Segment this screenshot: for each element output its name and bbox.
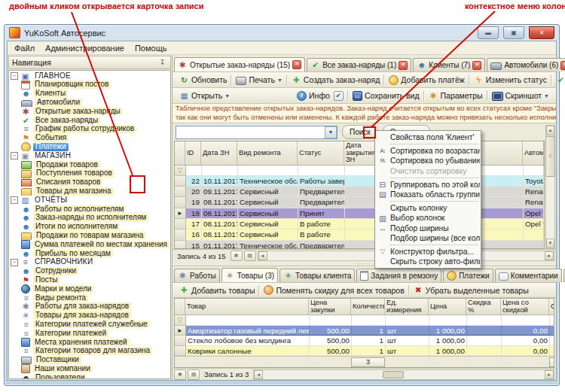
toolbar-button-Добавить платёж[interactable]: Добавить платёж — [384, 73, 469, 87]
sidebar-item[interactable]: Места хранения платежей — [10, 338, 170, 347]
sidebar-item[interactable]: Товары для магазина — [10, 187, 170, 196]
detail-tab-Товары (3)[interactable]: Товары (3) — [221, 268, 278, 282]
collapse-icon[interactable]: – — [11, 196, 18, 204]
sidebar-item[interactable]: –МАГАЗИН — [10, 151, 170, 160]
sidebar-item[interactable]: Работы по исполнителям — [10, 205, 170, 214]
table-row[interactable]: Стекло лобовое без молдинга500,001шт1 00… — [175, 336, 554, 346]
close-tab-icon[interactable]: ✕ — [399, 61, 408, 70]
toolbar-button-Обновить[interactable]: Обновить — [175, 73, 232, 87]
sidebar-item[interactable]: События — [10, 134, 170, 143]
scroll-right-icon[interactable]: ► — [545, 251, 554, 260]
save-view-button[interactable]: Сохранить вид — [348, 89, 424, 102]
sidebar-item[interactable]: –СПРАВОЧНИКИ — [10, 258, 170, 267]
sidebar-item[interactable]: Заказ-наряды по исполнителям — [10, 214, 170, 223]
filter-row[interactable] — [175, 166, 544, 176]
open-button[interactable]: Открыть ▼ — [175, 89, 234, 102]
context-menu-item[interactable]: Скрыть строку авто-фильтра — [376, 257, 480, 266]
close-button[interactable]: ✕ — [529, 26, 554, 39]
table-row[interactable]: 1908.11.2017СервисныйПредварительныйЛари… — [175, 197, 544, 208]
context-menu-item[interactable]: Выбор колонок — [376, 213, 480, 223]
table-row[interactable]: ►1808.11.2017СервисныйПринятООО "АвтоOpe… — [175, 208, 544, 219]
menu-item-Файл[interactable]: Файл — [9, 43, 40, 53]
scroll-down-icon[interactable]: ▼ — [546, 239, 554, 248]
tab-Клиенты (7)[interactable]: Клиенты (7)✕ — [413, 58, 485, 71]
search-input[interactable]: ▼ — [176, 126, 337, 139]
table-row[interactable]: 1608.11.2017СервисныйВ работеКалинин А — [175, 229, 544, 240]
menu-item-Администрирование[interactable]: Администрирование — [40, 43, 130, 53]
sidebar-item[interactable]: Посты — [10, 275, 170, 284]
hscroll-thumb[interactable] — [383, 371, 404, 378]
toolbar-button-Закрыть заказ-наряд[interactable]: Закрыть заказ-наряд — [551, 73, 565, 87]
context-menu-item[interactable]: Свойства поля 'Клиент' — [376, 132, 480, 142]
screenshot-button[interactable]: Скриншот ▼ — [487, 89, 554, 102]
scroll-up-icon[interactable]: ▲ — [546, 126, 554, 135]
goods-nav-button-1[interactable]: ✱ — [174, 369, 186, 380]
sidebar-item[interactable]: Прибыль по месяцам — [10, 249, 170, 258]
sidebar-item[interactable]: Товары для заказ-нарядов — [10, 311, 170, 321]
context-menu-item[interactable]: Группировать по этой колонке — [376, 180, 480, 190]
table-row[interactable]: Коврики салонные500,001шт1 000,000,000,0… — [175, 346, 554, 357]
sidebar-item[interactable]: Продажи товаров — [10, 160, 170, 169]
tab-Открытые заказ-наряды (15)[interactable]: Открытые заказ-наряды (15)✕ — [174, 57, 305, 71]
vertical-scrollbar[interactable]: ▲ ≡ ▼ — [545, 125, 555, 249]
toolbar-button-Поменять скидку для всех товаров[interactable]: Поменять скидку для всех товаров — [259, 284, 408, 297]
combo-dropdown-icon[interactable]: ▼ — [325, 126, 337, 138]
sidebar-item[interactable]: Открытые заказ-наряды — [10, 107, 170, 116]
table-row[interactable]: ►Амортизатор газовый передний левый500,0… — [175, 326, 554, 336]
toolbar-button-Создать заказ-наряд[interactable]: Создать заказ-наряд — [287, 73, 385, 87]
sidebar-item[interactable]: Марки и модели — [10, 284, 170, 293]
detail-tab-Комментарии[interactable]: Комментарии — [495, 269, 562, 282]
sidebar-item[interactable]: Автомобили — [10, 98, 170, 107]
grid-nav-button-2[interactable]: ▤ — [244, 251, 256, 261]
sidebar-item[interactable]: Категории платежей служебные — [10, 320, 170, 329]
context-menu-item[interactable]: Показать область группировки — [376, 190, 480, 199]
sidebar-item[interactable]: Работы для заказ-нарядов — [10, 302, 170, 311]
sidebar-item[interactable]: –ГЛАВНОЕ — [10, 71, 170, 81]
collapse-icon[interactable]: – — [11, 72, 18, 80]
sidebar-item[interactable]: Продажи по товарам магазина — [10, 231, 170, 240]
sidebar-item[interactable]: Поступления товаров — [10, 169, 170, 178]
table-row[interactable]: 2210.11.2017Техническое обслуживаниеРабо… — [175, 176, 544, 187]
collapse-icon[interactable]: – — [11, 259, 18, 266]
sidebar-item[interactable]: Платежи — [10, 142, 170, 151]
table-row[interactable]: 2009.11.2017СервисныйПредварительныйЛари… — [175, 187, 544, 197]
filter-row[interactable] — [175, 315, 554, 326]
tab-Автомобили (6)[interactable]: Автомобили (6)✕ — [487, 58, 565, 71]
sidebar-item[interactable]: Виды ремонта — [10, 293, 170, 302]
info-toggle[interactable]: Инфо ✔ — [292, 89, 348, 102]
context-menu-item[interactable]: Сортировка по убыванию — [376, 156, 480, 166]
sidebar-item[interactable]: Клиенты — [10, 90, 170, 99]
toolbar-button-Изменить статус[interactable]: Изменить статус — [469, 73, 551, 87]
title-bar[interactable]: YuKoSoft Автосервис ▬ ▣ ✕ — [7, 25, 557, 41]
tab-Все заказ-наряды (1)[interactable]: Все заказ-наряды (1)✕ — [307, 58, 411, 71]
table-row[interactable]: 1708.11.2017СервисныйВ работеЛарина АнOp… — [175, 219, 544, 229]
close-tab-icon[interactable]: ✕ — [472, 61, 481, 70]
maximize-button[interactable]: ▣ — [503, 26, 524, 39]
goods-nav-button-2[interactable]: ▤ — [188, 369, 200, 380]
detail-tab-Работы[interactable]: Работы — [174, 269, 220, 282]
context-menu-item[interactable]: Сортировка по возрастанию — [376, 146, 480, 156]
detail-tab-Задания в ремзону[interactable]: Задания в ремзону — [356, 269, 441, 282]
toolbar-button-Печать[interactable]: Печать▼ — [231, 73, 286, 87]
sidebar-item[interactable]: Сотрудники — [10, 267, 170, 276]
sidebar-item[interactable]: Наши компании — [10, 364, 170, 373]
horizontal-scrollbar[interactable]: ◄ ► — [253, 369, 554, 380]
sidebar-item[interactable]: Сумма платежей по местам хранения — [10, 240, 170, 249]
sidebar-item[interactable]: Все заказ-наряды — [10, 116, 170, 125]
toolbar-button-Убрать выделенные товары[interactable]: Убрать выделенные товары — [409, 284, 533, 297]
sidebar-item[interactable]: Списания товаров — [10, 178, 170, 187]
sidebar-item[interactable]: –ОТЧЁТЫ — [10, 196, 170, 205]
grid-nav-button-1[interactable]: ✱ — [231, 251, 243, 261]
info-checkbox[interactable]: ✔ — [334, 91, 344, 101]
sidebar-item[interactable]: Категории товаров для магазина — [10, 347, 170, 356]
sidebar-item[interactable]: Категории платежей — [10, 329, 170, 338]
scroll-left-icon[interactable]: ◄ — [258, 251, 267, 260]
sidebar-item[interactable]: Поставщики — [10, 356, 170, 365]
scroll-right-icon[interactable]: ► — [545, 370, 554, 379]
scroll-thumb[interactable]: ≡ — [545, 136, 555, 177]
context-menu-item[interactable]: Подбор ширины (все колонки) — [376, 233, 480, 243]
collapse-icon[interactable]: – — [11, 152, 18, 160]
sidebar-item[interactable]: Пользователи — [10, 373, 170, 379]
minimize-button[interactable]: ▬ — [478, 26, 499, 39]
context-menu-item[interactable]: Скрыть колонку — [376, 203, 480, 213]
